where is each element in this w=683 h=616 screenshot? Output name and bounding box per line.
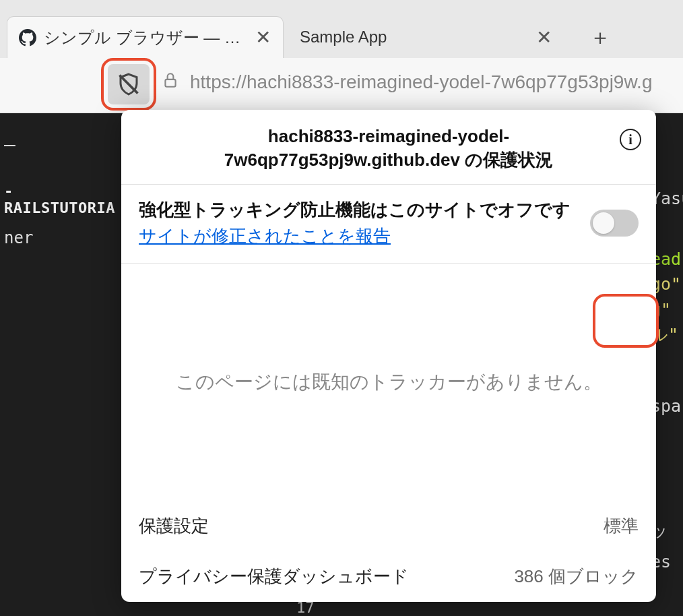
tab-bar: シンプル ブラウザー — codespac ✕ Sample App ✕ ＋ — [0, 0, 683, 58]
tracking-heading: 強化型トラッキング防止機能はこのサイトでオフです — [139, 198, 590, 222]
tab-active-label: シンプル ブラウザー — codespac — [44, 27, 246, 49]
lock-icon[interactable] — [162, 70, 179, 93]
shield-button[interactable] — [108, 64, 150, 104]
popup-title: hachi8833-reimagined-yodel-7w6qp77g53pj9… — [162, 125, 616, 172]
info-icon[interactable]: i — [620, 129, 641, 150]
shield-off-icon — [117, 72, 141, 96]
report-link[interactable]: サイトが修正されたことを報告 — [139, 226, 391, 246]
popup-header: hachi8833-reimagined-yodel-7w6qp77g53pj9… — [121, 110, 656, 185]
tab-active[interactable]: シンプル ブラウザー — codespac ✕ — [7, 16, 284, 58]
tracking-text: 強化型トラッキング防止機能はこのサイトでオフです サイトが修正されたことを報告 — [139, 198, 590, 248]
protection-popup: hachi8833-reimagined-yodel-7w6qp77g53pj9… — [121, 110, 656, 602]
no-trackers-text: このページには既知のトラッカーがありません。 — [176, 368, 602, 396]
tab-close-active[interactable]: ✕ — [255, 26, 271, 49]
new-tab-button[interactable]: ＋ — [584, 22, 616, 54]
settings-row[interactable]: 保護設定 標準 — [121, 501, 656, 551]
tab-inactive[interactable]: Sample App ✕ — [289, 16, 572, 58]
github-icon — [18, 28, 37, 47]
url-text[interactable]: https://hachi8833-reimagined-yodel-7w6qp… — [190, 71, 652, 93]
tab-inactive-label: Sample App — [300, 28, 387, 47]
dashboard-row[interactable]: プライバシー保護ダッシュボード 386 個ブロック — [121, 551, 656, 602]
dashboard-value: 386 個ブロック — [514, 565, 639, 588]
settings-label: 保護設定 — [139, 514, 209, 538]
tracking-row: 強化型トラッキング防止機能はこのサイトでオフです サイトが修正されたことを報告 — [121, 185, 656, 264]
editor-sidebar: — -RAILSTUTORIA ner — [0, 113, 121, 616]
folder-label[interactable]: -RAILSTUTORIA — [4, 183, 121, 216]
settings-value: 標準 — [604, 514, 639, 538]
dashboard-label: プライバシー保護ダッシュボード — [139, 565, 409, 588]
toggle-knob — [593, 212, 614, 234]
tab-close-inactive[interactable]: ✕ — [536, 26, 552, 49]
sidebar-item-label[interactable]: ner — [4, 228, 121, 247]
svg-rect-1 — [165, 80, 175, 87]
tracking-toggle[interactable] — [590, 210, 639, 237]
hamburger-icon[interactable]: — — [4, 133, 121, 156]
popup-body: このページには既知のトラッカーがありません。 — [121, 264, 656, 501]
